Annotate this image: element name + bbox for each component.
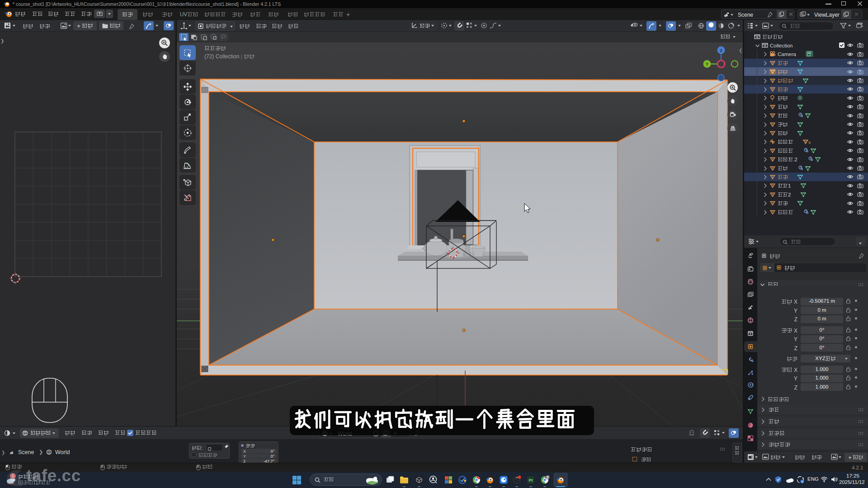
svg-text:Pt: Pt (529, 478, 533, 483)
svg-text:Y: Y (706, 62, 708, 66)
svg-text:Z: Z (720, 48, 722, 53)
svg-text:2: 2 (547, 476, 549, 479)
